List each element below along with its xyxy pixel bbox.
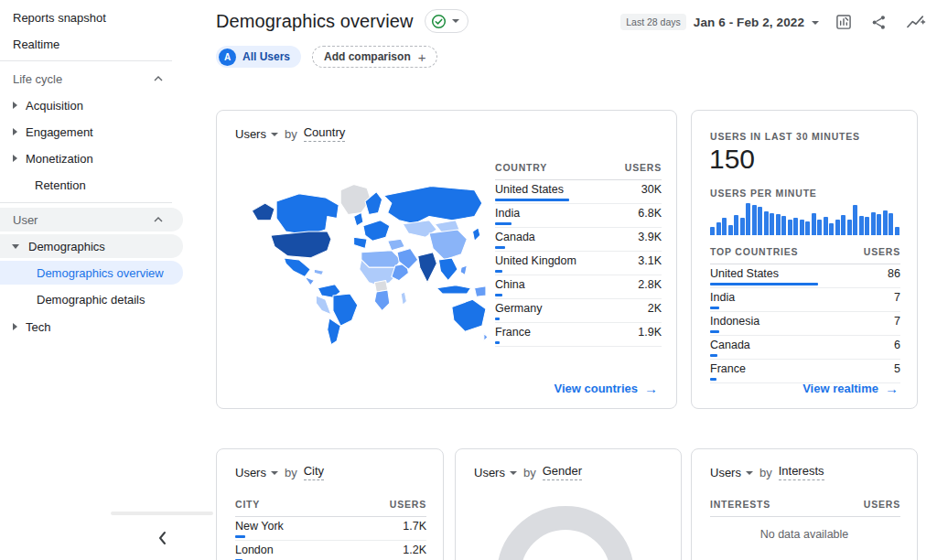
table-row: United States30K xyxy=(495,180,662,204)
row-value-bar xyxy=(710,354,717,357)
row-value: 86 xyxy=(888,268,900,280)
metric-dropdown[interactable]: Users xyxy=(474,466,505,479)
dimension-selector[interactable]: Interests xyxy=(779,464,824,480)
users-by-gender-card: Users by Gender xyxy=(455,448,682,560)
metric-dropdown[interactable]: Users xyxy=(235,466,266,479)
sidebar-section-life-cycle[interactable]: Life cycle xyxy=(0,67,183,91)
table-row: France1.9K xyxy=(495,323,662,347)
row-value: 6.8K xyxy=(638,208,662,220)
minute-bar xyxy=(710,227,715,235)
metric-dropdown[interactable]: Users xyxy=(710,466,741,479)
realtime-card: USERS IN LAST 30 MINUTES 150 USERS PER M… xyxy=(691,110,918,409)
minute-bar xyxy=(859,216,864,235)
share-report-button[interactable] xyxy=(870,12,890,32)
no-data-message: No data available xyxy=(692,528,917,541)
minute-bar xyxy=(788,220,792,235)
minute-bar xyxy=(740,218,745,235)
date-range-selector[interactable]: Jan 6 - Feb 2, 2022 xyxy=(694,16,804,29)
chevron-up-icon xyxy=(154,76,163,81)
world-map-choropleth[interactable] xyxy=(242,177,488,350)
table-row: United States86 xyxy=(710,264,900,288)
minute-bar xyxy=(758,207,762,235)
table-header: COUNTRY USERS xyxy=(495,162,662,180)
table-body: United States86India7Indonesia7Canada6Fr… xyxy=(710,264,900,383)
minute-bar xyxy=(722,218,727,235)
minute-bar xyxy=(817,220,822,235)
row-value-bar xyxy=(710,283,818,285)
table-row: India7 xyxy=(710,288,900,312)
card-header: Users by City xyxy=(235,464,324,480)
minute-bar xyxy=(776,214,781,235)
sidebar-item-engagement[interactable]: Engagement xyxy=(0,120,183,144)
table-body: New York1.7KLondon1.2K xyxy=(235,517,426,560)
metric-dropdown[interactable]: Users xyxy=(235,127,266,141)
sidebar-scrollbar[interactable] xyxy=(111,512,213,515)
dimension-selector[interactable]: Gender xyxy=(543,464,582,480)
users-last-30-min-label: USERS IN LAST 30 MINUTES xyxy=(710,131,860,142)
sidebar-item-demographic-details[interactable]: Demographic details xyxy=(0,287,183,311)
row-label: United Kingdom xyxy=(495,255,576,267)
collapse-sidebar-button[interactable] xyxy=(152,528,172,548)
table-body: United States30KIndia6.8KCanada3.9KUnite… xyxy=(495,180,662,347)
users-last-30-min-value: 150 xyxy=(709,144,755,175)
sidebar-item-acquisition[interactable]: Acquisition xyxy=(0,93,183,117)
share-icon xyxy=(870,14,888,31)
sidebar-item-realtime[interactable]: Realtime xyxy=(0,32,183,56)
users-by-country-card: Users by Country xyxy=(216,110,677,409)
row-label: London xyxy=(235,544,274,556)
insights-button[interactable] xyxy=(906,12,926,32)
minute-bar xyxy=(835,220,840,235)
sidebar-item-reports-snapshot[interactable]: Reports snapshot xyxy=(0,5,183,29)
dimension-selector[interactable]: City xyxy=(304,464,324,480)
add-comparison-button[interactable]: Add comparison + xyxy=(312,46,437,68)
sidebar-item-demographics[interactable]: Demographics xyxy=(0,234,183,258)
row-value: 2.8K xyxy=(638,279,662,291)
dimension-selector[interactable]: Country xyxy=(304,125,346,142)
sidebar-item-retention[interactable]: Retention xyxy=(0,173,183,197)
users-by-city-card: Users by City CITY USERS New York1.7KLon… xyxy=(216,448,444,560)
table-row: New York1.7K xyxy=(235,517,426,541)
row-label: France xyxy=(710,363,746,375)
card-header: Users by Gender xyxy=(474,464,582,480)
row-value-bar xyxy=(235,535,245,538)
minute-bar xyxy=(883,210,888,235)
view-countries-link[interactable]: View countries → xyxy=(554,381,658,396)
table-row: India6.8K xyxy=(495,204,662,228)
card-header: Users by Interests xyxy=(710,464,824,480)
sidebar-section-user[interactable]: User xyxy=(0,208,183,232)
row-label: India xyxy=(495,208,520,220)
row-value-bar xyxy=(495,341,500,344)
minute-bar xyxy=(752,205,757,235)
row-value: 1.7K xyxy=(403,521,426,533)
sidebar-item-demographics-overview[interactable]: Demographics overview xyxy=(0,261,183,285)
row-value: 7 xyxy=(894,316,900,328)
minute-bar xyxy=(728,225,733,235)
row-label: France xyxy=(495,327,531,339)
minute-bar xyxy=(841,215,845,235)
users-per-minute-label: USERS PER MINUTE xyxy=(710,188,817,199)
interests-users-table: INTERESTS USERS xyxy=(710,499,900,517)
row-value-bar xyxy=(495,246,505,249)
minute-bar xyxy=(812,213,816,235)
minute-bar xyxy=(746,203,750,235)
row-label: Germany xyxy=(495,303,542,315)
minute-bar xyxy=(770,213,774,235)
sidebar-item-monetization[interactable]: Monetization xyxy=(0,146,183,170)
minute-bar xyxy=(781,216,786,235)
chevron-up-icon xyxy=(154,217,163,222)
chevron-down-icon xyxy=(452,19,459,23)
view-realtime-link[interactable]: View realtime → xyxy=(802,381,899,396)
customize-report-icon xyxy=(835,13,853,31)
customize-report-button[interactable] xyxy=(835,12,855,32)
minute-bar xyxy=(805,221,810,235)
row-label: China xyxy=(495,279,525,291)
comparison-bar: A All Users Add comparison + xyxy=(216,46,437,68)
row-value-bar xyxy=(495,270,502,273)
chevron-down-icon xyxy=(271,471,278,475)
check-circle-icon xyxy=(431,14,447,29)
report-status-dropdown[interactable] xyxy=(425,9,468,33)
sidebar-item-tech[interactable]: Tech xyxy=(0,315,183,339)
all-users-chip[interactable]: A All Users xyxy=(216,46,301,68)
row-value-bar xyxy=(495,318,500,320)
minute-bar xyxy=(889,213,893,235)
